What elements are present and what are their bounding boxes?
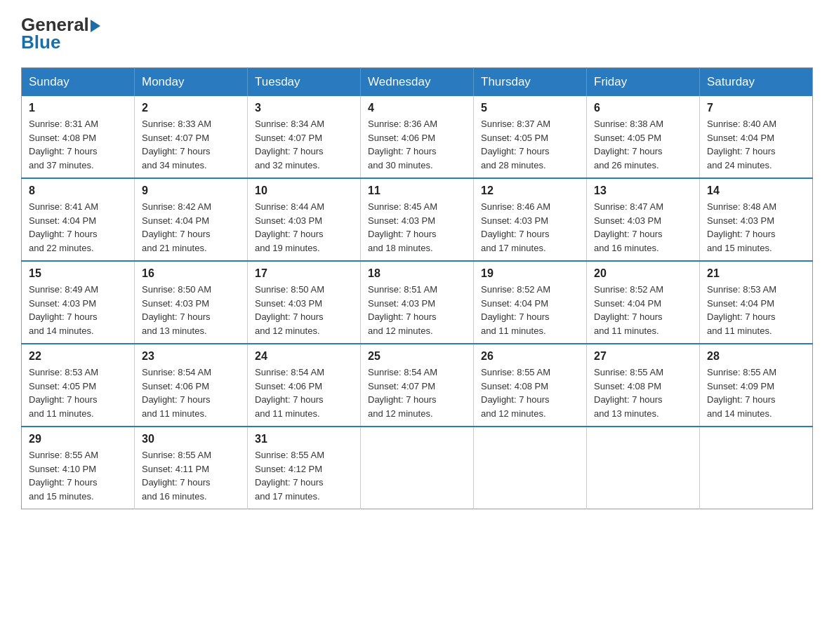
day-cell: 14 Sunrise: 8:48 AM Sunset: 4:03 PM Dayl… bbox=[700, 178, 813, 261]
day-number: 25 bbox=[368, 350, 466, 363]
day-info: Sunrise: 8:40 AM Sunset: 4:04 PM Dayligh… bbox=[707, 117, 805, 172]
logo: General Blue bbox=[21, 14, 100, 53]
day-cell: 8 Sunrise: 8:41 AM Sunset: 4:04 PM Dayli… bbox=[22, 178, 135, 261]
day-number: 31 bbox=[255, 433, 353, 445]
day-info: Sunrise: 8:36 AM Sunset: 4:06 PM Dayligh… bbox=[368, 117, 466, 172]
day-info: Sunrise: 8:55 AM Sunset: 4:10 PM Dayligh… bbox=[29, 448, 127, 503]
day-number: 14 bbox=[707, 185, 805, 197]
day-info: Sunrise: 8:34 AM Sunset: 4:07 PM Dayligh… bbox=[255, 117, 353, 172]
day-number: 22 bbox=[29, 350, 127, 363]
weekday-header-monday: Monday bbox=[135, 68, 248, 97]
day-cell: 23 Sunrise: 8:54 AM Sunset: 4:06 PM Dayl… bbox=[135, 344, 248, 427]
weekday-header-friday: Friday bbox=[587, 68, 700, 97]
week-row-5: 29 Sunrise: 8:55 AM Sunset: 4:10 PM Dayl… bbox=[22, 427, 813, 509]
day-number: 30 bbox=[142, 433, 240, 445]
day-cell: 26 Sunrise: 8:55 AM Sunset: 4:08 PM Dayl… bbox=[474, 344, 587, 427]
day-number: 15 bbox=[29, 267, 127, 280]
day-number: 12 bbox=[481, 185, 579, 197]
day-cell: 30 Sunrise: 8:55 AM Sunset: 4:11 PM Dayl… bbox=[135, 427, 248, 509]
day-cell: 19 Sunrise: 8:52 AM Sunset: 4:04 PM Dayl… bbox=[474, 261, 587, 344]
day-cell: 24 Sunrise: 8:54 AM Sunset: 4:06 PM Dayl… bbox=[248, 344, 361, 427]
weekday-header-saturday: Saturday bbox=[700, 68, 813, 97]
day-cell: 9 Sunrise: 8:42 AM Sunset: 4:04 PM Dayli… bbox=[135, 178, 248, 261]
day-info: Sunrise: 8:47 AM Sunset: 4:03 PM Dayligh… bbox=[594, 200, 692, 255]
day-cell: 2 Sunrise: 8:33 AM Sunset: 4:07 PM Dayli… bbox=[135, 96, 248, 178]
day-number: 29 bbox=[29, 433, 127, 445]
day-cell: 1 Sunrise: 8:31 AM Sunset: 4:08 PM Dayli… bbox=[22, 96, 135, 178]
day-number: 27 bbox=[594, 350, 692, 363]
day-cell: 6 Sunrise: 8:38 AM Sunset: 4:05 PM Dayli… bbox=[587, 96, 700, 178]
day-cell: 5 Sunrise: 8:37 AM Sunset: 4:05 PM Dayli… bbox=[474, 96, 587, 178]
day-info: Sunrise: 8:46 AM Sunset: 4:03 PM Dayligh… bbox=[481, 200, 579, 255]
day-info: Sunrise: 8:55 AM Sunset: 4:08 PM Dayligh… bbox=[594, 365, 692, 420]
day-info: Sunrise: 8:54 AM Sunset: 4:06 PM Dayligh… bbox=[142, 365, 240, 420]
day-info: Sunrise: 8:33 AM Sunset: 4:07 PM Dayligh… bbox=[142, 117, 240, 172]
day-info: Sunrise: 8:55 AM Sunset: 4:12 PM Dayligh… bbox=[255, 448, 353, 503]
day-info: Sunrise: 8:55 AM Sunset: 4:08 PM Dayligh… bbox=[481, 365, 579, 420]
day-info: Sunrise: 8:41 AM Sunset: 4:04 PM Dayligh… bbox=[29, 200, 127, 255]
day-cell: 13 Sunrise: 8:47 AM Sunset: 4:03 PM Dayl… bbox=[587, 178, 700, 261]
day-number: 21 bbox=[707, 267, 805, 280]
day-number: 24 bbox=[255, 350, 353, 363]
day-info: Sunrise: 8:31 AM Sunset: 4:08 PM Dayligh… bbox=[29, 117, 127, 172]
day-number: 16 bbox=[142, 267, 240, 280]
day-cell: 3 Sunrise: 8:34 AM Sunset: 4:07 PM Dayli… bbox=[248, 96, 361, 178]
day-number: 17 bbox=[255, 267, 353, 280]
day-info: Sunrise: 8:44 AM Sunset: 4:03 PM Dayligh… bbox=[255, 200, 353, 255]
day-cell: 4 Sunrise: 8:36 AM Sunset: 4:06 PM Dayli… bbox=[361, 96, 474, 178]
week-row-1: 1 Sunrise: 8:31 AM Sunset: 4:08 PM Dayli… bbox=[22, 96, 813, 178]
day-number: 7 bbox=[707, 102, 805, 114]
day-cell: 29 Sunrise: 8:55 AM Sunset: 4:10 PM Dayl… bbox=[22, 427, 135, 509]
day-cell: 20 Sunrise: 8:52 AM Sunset: 4:04 PM Dayl… bbox=[587, 261, 700, 344]
weekday-header-sunday: Sunday bbox=[22, 68, 135, 97]
day-number: 28 bbox=[707, 350, 805, 363]
logo-blue-text: Blue bbox=[21, 32, 60, 53]
day-number: 1 bbox=[29, 102, 127, 114]
week-row-2: 8 Sunrise: 8:41 AM Sunset: 4:04 PM Dayli… bbox=[22, 178, 813, 261]
day-info: Sunrise: 8:53 AM Sunset: 4:05 PM Dayligh… bbox=[29, 365, 127, 420]
day-number: 13 bbox=[594, 185, 692, 197]
day-cell: 22 Sunrise: 8:53 AM Sunset: 4:05 PM Dayl… bbox=[22, 344, 135, 427]
day-info: Sunrise: 8:42 AM Sunset: 4:04 PM Dayligh… bbox=[142, 200, 240, 255]
week-row-4: 22 Sunrise: 8:53 AM Sunset: 4:05 PM Dayl… bbox=[22, 344, 813, 427]
day-cell: 12 Sunrise: 8:46 AM Sunset: 4:03 PM Dayl… bbox=[474, 178, 587, 261]
day-number: 23 bbox=[142, 350, 240, 363]
day-info: Sunrise: 8:50 AM Sunset: 4:03 PM Dayligh… bbox=[142, 283, 240, 337]
day-number: 4 bbox=[368, 102, 466, 114]
page-header: General Blue bbox=[21, 14, 813, 53]
day-cell: 15 Sunrise: 8:49 AM Sunset: 4:03 PM Dayl… bbox=[22, 261, 135, 344]
day-info: Sunrise: 8:50 AM Sunset: 4:03 PM Dayligh… bbox=[255, 283, 353, 337]
day-cell: 7 Sunrise: 8:40 AM Sunset: 4:04 PM Dayli… bbox=[700, 96, 813, 178]
weekday-header-wednesday: Wednesday bbox=[361, 68, 474, 97]
day-number: 11 bbox=[368, 185, 466, 197]
day-cell bbox=[361, 427, 474, 509]
calendar-table: SundayMondayTuesdayWednesdayThursdayFrid… bbox=[21, 67, 813, 509]
day-info: Sunrise: 8:38 AM Sunset: 4:05 PM Dayligh… bbox=[594, 117, 692, 172]
day-info: Sunrise: 8:55 AM Sunset: 4:09 PM Dayligh… bbox=[707, 365, 805, 420]
day-info: Sunrise: 8:48 AM Sunset: 4:03 PM Dayligh… bbox=[707, 200, 805, 255]
day-info: Sunrise: 8:54 AM Sunset: 4:06 PM Dayligh… bbox=[255, 365, 353, 420]
week-row-3: 15 Sunrise: 8:49 AM Sunset: 4:03 PM Dayl… bbox=[22, 261, 813, 344]
day-number: 8 bbox=[29, 185, 127, 197]
day-info: Sunrise: 8:55 AM Sunset: 4:11 PM Dayligh… bbox=[142, 448, 240, 503]
day-info: Sunrise: 8:54 AM Sunset: 4:07 PM Dayligh… bbox=[368, 365, 466, 420]
day-cell: 27 Sunrise: 8:55 AM Sunset: 4:08 PM Dayl… bbox=[587, 344, 700, 427]
day-cell: 21 Sunrise: 8:53 AM Sunset: 4:04 PM Dayl… bbox=[700, 261, 813, 344]
day-number: 10 bbox=[255, 185, 353, 197]
day-cell: 31 Sunrise: 8:55 AM Sunset: 4:12 PM Dayl… bbox=[248, 427, 361, 509]
day-info: Sunrise: 8:53 AM Sunset: 4:04 PM Dayligh… bbox=[707, 283, 805, 337]
day-number: 5 bbox=[481, 102, 579, 114]
day-cell: 11 Sunrise: 8:45 AM Sunset: 4:03 PM Dayl… bbox=[361, 178, 474, 261]
day-info: Sunrise: 8:51 AM Sunset: 4:03 PM Dayligh… bbox=[368, 283, 466, 337]
day-number: 18 bbox=[368, 267, 466, 280]
day-cell: 10 Sunrise: 8:44 AM Sunset: 4:03 PM Dayl… bbox=[248, 178, 361, 261]
day-number: 9 bbox=[142, 185, 240, 197]
day-cell: 28 Sunrise: 8:55 AM Sunset: 4:09 PM Dayl… bbox=[700, 344, 813, 427]
day-number: 20 bbox=[594, 267, 692, 280]
day-cell: 18 Sunrise: 8:51 AM Sunset: 4:03 PM Dayl… bbox=[361, 261, 474, 344]
day-cell: 17 Sunrise: 8:50 AM Sunset: 4:03 PM Dayl… bbox=[248, 261, 361, 344]
weekday-header-row: SundayMondayTuesdayWednesdayThursdayFrid… bbox=[22, 68, 813, 97]
day-info: Sunrise: 8:52 AM Sunset: 4:04 PM Dayligh… bbox=[481, 283, 579, 337]
weekday-header-thursday: Thursday bbox=[474, 68, 587, 97]
day-info: Sunrise: 8:52 AM Sunset: 4:04 PM Dayligh… bbox=[594, 283, 692, 337]
